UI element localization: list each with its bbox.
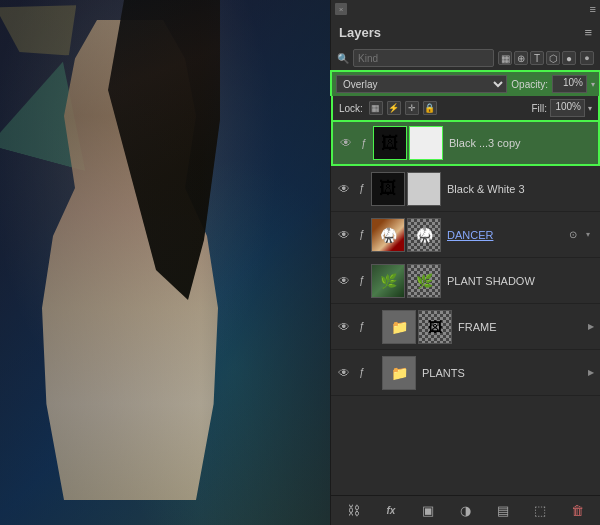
- layer-thumbs-plant: 🌿 🌿: [371, 264, 441, 298]
- panel-menu-icon[interactable]: ≡: [590, 3, 596, 15]
- blend-mode-select[interactable]: Overlay Normal Multiply Screen: [336, 75, 507, 93]
- layer-name-frame: FRAME: [455, 321, 585, 333]
- thumb1-dancer-content: 🥋: [372, 219, 404, 251]
- blend-mode-row: Overlay Normal Multiply Screen Opacity: …: [330, 70, 600, 96]
- toolbar-new-btn[interactable]: ⬚: [529, 500, 551, 522]
- lock-icons-group: ▦ ⚡ ✛ 🔒: [369, 101, 437, 115]
- filter-icon-dot[interactable]: ●: [562, 51, 576, 65]
- layer-eye-black-3-copy[interactable]: 👁: [337, 134, 355, 152]
- layer-link-plant: ƒ: [356, 272, 368, 290]
- close-button[interactable]: ×: [335, 3, 347, 15]
- layer-collapse-dancer[interactable]: ▾: [586, 230, 596, 239]
- thumb2-frame-content: 🖼: [419, 311, 451, 343]
- toolbar-group-btn[interactable]: ▤: [492, 500, 514, 522]
- search-bar: 🔍 ▦ ⊕ T ⬡ ● ●: [331, 46, 600, 70]
- layer-extra-dancer[interactable]: ⊙: [563, 229, 583, 240]
- layer-thumbs-black-3-copy: 🖼: [373, 126, 443, 160]
- toolbar-fx-btn[interactable]: fx: [380, 500, 402, 522]
- fill-section: Fill: 100% ▾: [531, 99, 592, 117]
- toolbar-link-btn[interactable]: ⛓: [343, 500, 365, 522]
- filter-icon-circle[interactable]: ⊕: [514, 51, 528, 65]
- panel-title-icons: ≡: [584, 25, 592, 40]
- layer-thumb2-frame: 🖼: [418, 310, 452, 344]
- layer-row-plants[interactable]: 👁 ƒ 📁 PLANTS ▶: [331, 350, 600, 396]
- layer-eye-dancer[interactable]: 👁: [335, 226, 353, 244]
- lock-icon-move[interactable]: ✛: [405, 101, 419, 115]
- lock-row: Lock: ▦ ⚡ ✛ 🔒 Fill: 100% ▾: [331, 96, 600, 120]
- search-filter-icons: ▦ ⊕ T ⬡ ●: [498, 51, 576, 65]
- folder-icon-plants: 📁: [391, 365, 408, 381]
- layer-row-plant-shadow[interactable]: 👁 ƒ 🌿 🌿 PLANT SHADOW: [331, 258, 600, 304]
- thumb2-content-bw3: [408, 173, 440, 205]
- thumb2-content: [410, 127, 442, 159]
- layer-eye-bw3[interactable]: 👁: [335, 180, 353, 198]
- thumb2-plant-content: 🌿: [408, 265, 440, 297]
- layer-collapse-plants[interactable]: ▶: [588, 368, 596, 377]
- panel-menu-btn[interactable]: ≡: [584, 25, 592, 40]
- layer-name-plant: PLANT SHADOW: [444, 275, 596, 287]
- layer-link-frame: ƒ: [356, 318, 368, 336]
- lock-label: Lock:: [339, 103, 363, 114]
- layer-link-bw3: ƒ: [356, 180, 368, 198]
- opacity-label: Opacity:: [511, 79, 548, 90]
- filter-toggle-dot: ●: [584, 53, 589, 63]
- layer-thumb2-bw3: [407, 172, 441, 206]
- layer-thumbs-bw3: 🖼: [371, 172, 441, 206]
- toolbar-delete-btn[interactable]: 🗑: [566, 500, 588, 522]
- photo-overlay: [0, 0, 335, 525]
- search-icon: 🔍: [337, 53, 349, 64]
- layers-list[interactable]: 👁 ƒ 🖼 Black ...3 copy 👁 ƒ: [331, 120, 600, 495]
- opacity-value[interactable]: 10%: [552, 75, 587, 93]
- filter-toggle[interactable]: ●: [580, 51, 594, 65]
- filter-icon-shape[interactable]: ⬡: [546, 51, 560, 65]
- search-input[interactable]: [353, 49, 494, 67]
- layer-name-bw3: Black & White 3: [444, 183, 596, 195]
- layer-thumb2-dancer: 🥋: [407, 218, 441, 252]
- fill-value[interactable]: 100%: [550, 99, 585, 117]
- panel-title: Layers: [339, 25, 381, 40]
- lock-icon-all[interactable]: 🔒: [423, 101, 437, 115]
- filter-icon-grid[interactable]: ▦: [498, 51, 512, 65]
- toolbar-adjustment-btn[interactable]: ◑: [454, 500, 476, 522]
- bottom-toolbar: ⛓ fx ▣ ◑ ▤ ⬚ 🗑: [331, 495, 600, 525]
- layer-eye-plants[interactable]: 👁: [335, 364, 353, 382]
- layer-thumbs-plants: 📁: [382, 356, 416, 390]
- thumb1-plant-content: 🌿: [372, 265, 404, 297]
- layer-link-black-3-copy: ƒ: [358, 134, 370, 152]
- thumb1-content: 🖼: [374, 127, 406, 159]
- filter-icon-text[interactable]: T: [530, 51, 544, 65]
- fill-chevron[interactable]: ▾: [588, 104, 592, 113]
- opacity-chevron[interactable]: ▾: [591, 80, 595, 89]
- layer-name-black-3-copy: Black ...3 copy: [446, 137, 594, 149]
- folder-icon-frame: 📁: [391, 319, 408, 335]
- layer-eye-frame[interactable]: 👁: [335, 318, 353, 336]
- layer-row-black-white-3[interactable]: 👁 ƒ 🖼 Black & White 3: [331, 166, 600, 212]
- fill-label: Fill:: [531, 103, 547, 114]
- thumb2-dancer-content: 🥋: [408, 219, 440, 251]
- layer-link-plants: ƒ: [356, 364, 368, 382]
- layer-row-frame[interactable]: 👁 ƒ 📁 🖼 FRAME ▶: [331, 304, 600, 350]
- layer-thumbs-dancer: 🥋 🥋: [371, 218, 441, 252]
- thumb1-content-bw3: 🖼: [372, 173, 404, 205]
- layer-thumbs-frame: 📁 🖼: [382, 310, 452, 344]
- layers-panel: × ≡ Layers ≡ 🔍 ▦ ⊕ T ⬡ ● ● Overlay Norma…: [330, 0, 600, 525]
- panel-top-bar: × ≡: [331, 0, 600, 18]
- layer-link-dancer: ƒ: [356, 226, 368, 244]
- layer-thumb2-plant: 🌿: [407, 264, 441, 298]
- layer-eye-plant[interactable]: 👁: [335, 272, 353, 290]
- panel-title-bar: Layers ≡: [331, 18, 600, 46]
- lock-icon-gradient[interactable]: ⚡: [387, 101, 401, 115]
- lock-icon-pixels[interactable]: ▦: [369, 101, 383, 115]
- layer-thumb1-bw3: 🖼: [371, 172, 405, 206]
- layer-name-dancer: DANCER: [444, 229, 560, 241]
- layer-thumb1-black-3-copy: 🖼: [373, 126, 407, 160]
- layer-thumb1-plant: 🌿: [371, 264, 405, 298]
- layer-thumb1-dancer: 🥋: [371, 218, 405, 252]
- layer-row-dancer[interactable]: 👁 ƒ 🥋 🥋 DANCER ⊙ ▾: [331, 212, 600, 258]
- layer-thumb1-plants: 📁: [382, 356, 416, 390]
- layer-row-black-3-copy[interactable]: 👁 ƒ 🖼 Black ...3 copy: [331, 120, 600, 166]
- toolbar-mask-btn[interactable]: ▣: [417, 500, 439, 522]
- layer-name-plants: PLANTS: [419, 367, 585, 379]
- layer-thumb1-frame: 📁: [382, 310, 416, 344]
- layer-collapse-frame[interactable]: ▶: [588, 322, 596, 331]
